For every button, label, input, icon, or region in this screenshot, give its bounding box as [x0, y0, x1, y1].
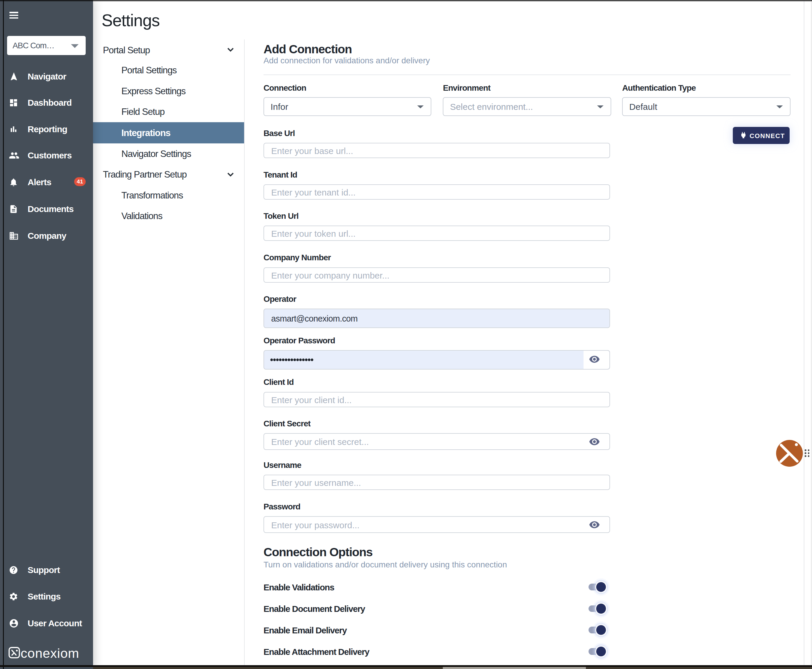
svg-text:conexiom: conexiom	[20, 646, 79, 661]
